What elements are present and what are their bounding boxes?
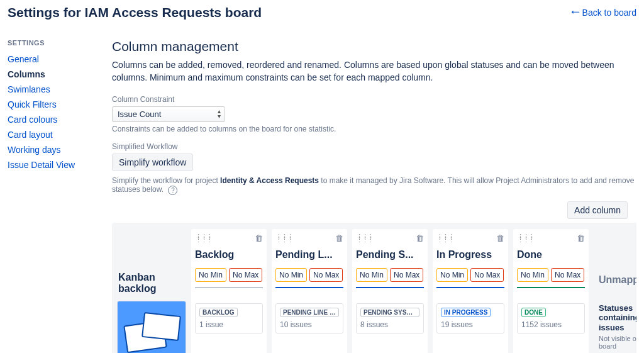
drag-handle-icon[interactable]: ⋮⋮⋮⋮⋮⋮: [275, 235, 292, 242]
max-limit[interactable]: No Max: [229, 268, 262, 282]
column-color-bar: [436, 287, 504, 288]
board-column: ⋮⋮⋮⋮⋮⋮🗑Pending S...No MinNo MaxPENDING S…: [352, 229, 428, 353]
sidebar-item-working-days[interactable]: Working days: [8, 142, 98, 157]
board-column: ⋮⋮⋮⋮⋮⋮🗑Pending L...No MinNo MaxPENDING L…: [272, 229, 347, 353]
simplify-workflow-button[interactable]: Simplify workflow: [112, 154, 193, 171]
sidebar-item-issue-detail-view[interactable]: Issue Detail View: [8, 157, 98, 172]
select-arrows-icon: ▴▾: [218, 109, 221, 119]
trash-icon[interactable]: 🗑: [577, 233, 585, 243]
column-name[interactable]: Pending S...: [356, 249, 424, 261]
status-card[interactable]: PENDING LINE MA10 issues: [275, 303, 343, 333]
status-card[interactable]: BACKLOG1 issue: [195, 303, 263, 333]
column-name[interactable]: Backlog: [195, 249, 263, 261]
main-content: Column management Columns can be added, …: [106, 24, 644, 353]
min-limit[interactable]: No Min: [356, 268, 387, 282]
issue-count: 1152 issues: [521, 320, 580, 329]
max-limit[interactable]: No Max: [390, 268, 423, 282]
simplified-workflow-label: Simplified Workflow: [112, 142, 636, 151]
unmapped-description: Not visible on the board: [599, 335, 636, 350]
max-limit[interactable]: No Max: [470, 268, 504, 282]
constraint-label: Column Constraint: [112, 95, 636, 104]
trash-icon[interactable]: 🗑: [255, 233, 263, 243]
kanban-backlog-title: Kanban backlog: [118, 272, 186, 295]
drag-handle-icon[interactable]: ⋮⋮⋮⋮⋮⋮: [195, 235, 212, 242]
status-lozenge: DONE: [521, 308, 546, 317]
unmapped-statuses-panel: Unmappe... ? Statuses containing issues …: [594, 229, 636, 353]
sidebar-item-card-colours[interactable]: Card colours: [8, 112, 98, 127]
constraint-value: Issue Count: [118, 109, 161, 119]
sidebar-heading: SETTINGS: [8, 39, 98, 47]
min-limit[interactable]: No Min: [517, 268, 548, 282]
sidebar-item-card-layout[interactable]: Card layout: [8, 127, 98, 142]
columns-board: Kanban backlog Board getting full? With …: [112, 223, 636, 353]
section-description: Columns can be added, removed, reordered…: [112, 59, 636, 84]
column-name[interactable]: Done: [517, 249, 585, 261]
column-color-bar: [356, 287, 424, 288]
status-lozenge: IN PROGRESS: [441, 308, 491, 317]
arrow-left-icon: ⭠: [571, 8, 580, 18]
status-card[interactable]: IN PROGRESS19 issues: [436, 303, 504, 333]
column-color-bar: [195, 287, 263, 288]
column-name[interactable]: Pending L...: [275, 249, 343, 261]
section-title: Column management: [112, 39, 636, 54]
board-column: ⋮⋮⋮⋮⋮⋮🗑BacklogNo MinNo MaxBACKLOG1 issue: [191, 229, 267, 353]
back-to-board-link[interactable]: ⭠ Back to board: [571, 8, 636, 18]
back-label: Back to board: [582, 8, 636, 18]
simplify-help-text: Simplify the workflow for project Identi…: [112, 176, 636, 194]
min-limit[interactable]: No Min: [436, 268, 468, 282]
min-limit[interactable]: No Min: [275, 268, 307, 282]
min-limit[interactable]: No Min: [195, 268, 226, 282]
status-card[interactable]: DONE1152 issues: [517, 303, 585, 333]
sidebar-item-quick-filters[interactable]: Quick Filters: [8, 97, 98, 112]
column-name[interactable]: In Progress: [436, 249, 504, 261]
column-constraint-select[interactable]: Issue Count ▴▾: [112, 106, 225, 122]
status-lozenge: PENDING SYSTEM: [360, 308, 419, 317]
max-limit[interactable]: No Max: [551, 268, 584, 282]
unmapped-subtitle: Statuses containing issues: [599, 303, 636, 333]
issue-count: 1 issue: [199, 320, 258, 329]
help-icon[interactable]: ?: [168, 186, 177, 195]
board-column: ⋮⋮⋮⋮⋮⋮🗑In ProgressNo MinNo MaxIN PROGRES…: [433, 229, 508, 353]
drag-handle-icon[interactable]: ⋮⋮⋮⋮⋮⋮: [436, 235, 453, 242]
unmapped-title: Unmappe...: [599, 274, 636, 286]
backlog-illustration: [118, 301, 186, 353]
issue-count: 19 issues: [441, 320, 500, 329]
sidebar-item-columns[interactable]: Columns: [8, 67, 98, 82]
settings-sidebar: SETTINGS GeneralColumnsSwimlanesQuick Fi…: [0, 24, 106, 353]
issue-count: 10 issues: [280, 320, 339, 329]
status-lozenge: BACKLOG: [199, 308, 238, 317]
trash-icon[interactable]: 🗑: [416, 233, 424, 243]
column-color-bar: [517, 287, 585, 288]
sidebar-item-swimlanes[interactable]: Swimlanes: [8, 82, 98, 97]
trash-icon[interactable]: 🗑: [496, 233, 504, 243]
page-title: Settings for IAM Access Requests board: [8, 5, 262, 20]
column-color-bar: [275, 287, 343, 288]
status-card[interactable]: PENDING SYSTEM8 issues: [356, 303, 424, 333]
backlog-promo-card: Board getting full? With the Kanban back…: [117, 301, 186, 353]
max-limit[interactable]: No Max: [309, 268, 343, 282]
drag-handle-icon[interactable]: ⋮⋮⋮⋮⋮⋮: [356, 235, 373, 242]
kanban-backlog-panel: Kanban backlog Board getting full? With …: [112, 229, 186, 353]
board-column: ⋮⋮⋮⋮⋮⋮🗑DoneNo MinNo MaxDONE1152 issues: [513, 229, 589, 353]
sidebar-item-general[interactable]: General: [8, 52, 98, 67]
drag-handle-icon[interactable]: ⋮⋮⋮⋮⋮⋮: [517, 235, 534, 242]
add-column-button[interactable]: Add column: [567, 201, 628, 219]
issue-count: 8 issues: [360, 320, 419, 329]
status-lozenge: PENDING LINE MA: [280, 308, 339, 317]
constraint-helper: Constraints can be added to columns on t…: [112, 125, 636, 133]
trash-icon[interactable]: 🗑: [335, 233, 343, 243]
